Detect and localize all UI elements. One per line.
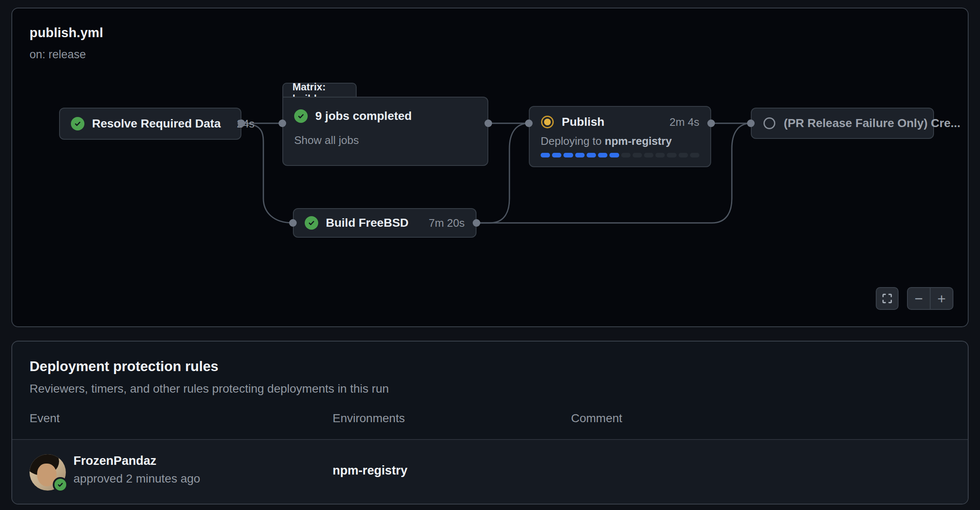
deploy-progress-segment: [633, 153, 642, 157]
job-node-matrix-build[interactable]: 9 jobs completed Show all jobs: [282, 97, 488, 166]
deploy-status-text: Deploying to npm-registry: [541, 135, 699, 148]
graph-edges: [12, 8, 969, 328]
job-duration: 7m 20s: [420, 217, 465, 230]
deploy-progress-segment: [621, 153, 631, 157]
deploy-progress-segment: [552, 153, 561, 157]
column-header-event: Event: [30, 412, 60, 425]
approval-status-text: approved 2 minutes ago: [73, 472, 200, 486]
deploy-progress-segment: [563, 153, 573, 157]
job-label: Publish: [562, 115, 604, 129]
rules-subtitle: Reviewers, timers, and other rules prote…: [30, 382, 389, 396]
graph-connector-dots: [12, 8, 969, 328]
workflow-graph-panel: publish.yml on: release Resolve Required…: [11, 8, 969, 327]
job-node-resolve-required-data[interactable]: Resolve Required Data 24s: [59, 108, 241, 140]
deploy-progress-segment: [598, 153, 607, 157]
success-check-icon: [305, 216, 318, 230]
deploy-progress-segment: [679, 153, 688, 157]
approved-check-icon: [53, 477, 68, 492]
in-progress-icon: [541, 115, 554, 129]
pending-circle-icon: [763, 117, 776, 130]
deploy-progress-segment: [644, 153, 653, 157]
job-node-publish[interactable]: Publish 2m 4s Deploying to npm-registry: [529, 106, 711, 167]
zoom-controls: − +: [907, 287, 953, 310]
success-check-icon: [294, 109, 308, 123]
deploy-progress-segment: [667, 153, 676, 157]
matrix-status-label: 9 jobs completed: [315, 109, 412, 123]
reviewer-username-link[interactable]: FrozenPandaz: [73, 454, 157, 468]
job-duration: 24s: [228, 117, 254, 130]
deploy-progress-segment: [655, 153, 665, 157]
deploy-environment-name: npm-registry: [605, 135, 672, 147]
job-node-pr-release-failure[interactable]: (PR Release Failure Only) Cre...: [751, 108, 934, 139]
deploy-progress-segment: [541, 153, 550, 157]
job-label: Build FreeBSD: [326, 216, 409, 230]
column-header-environments: Environments: [333, 412, 405, 425]
deployment-protection-rules-panel: Deployment protection rules Reviewers, t…: [11, 341, 969, 505]
job-node-build-freebsd[interactable]: Build FreeBSD 7m 20s: [293, 208, 476, 238]
show-all-jobs-link[interactable]: Show all jobs: [294, 134, 359, 147]
deploy-progress-segment: [690, 153, 699, 157]
success-check-icon: [71, 117, 84, 130]
job-label: Resolve Required Data: [92, 117, 221, 130]
job-duration: 2m 4s: [661, 116, 699, 129]
column-header-comment: Comment: [571, 412, 622, 425]
fullscreen-button[interactable]: [876, 287, 899, 310]
deploy-progress-segment: [587, 153, 596, 157]
job-label: (PR Release Failure Only) Cre...: [784, 117, 961, 130]
workflow-title: publish.yml: [30, 25, 103, 41]
workflow-trigger: on: release: [30, 48, 86, 61]
zoom-out-button[interactable]: −: [908, 288, 930, 309]
table-row: FrozenPandaz approved 2 minutes ago npm-…: [12, 440, 968, 505]
page: publish.yml on: release Resolve Required…: [0, 0, 980, 510]
deploy-progress-bar: [541, 153, 699, 157]
row-environment-name: npm-registry: [333, 464, 407, 477]
zoom-in-button[interactable]: +: [930, 288, 953, 309]
rules-heading: Deployment protection rules: [30, 358, 218, 374]
deploy-progress-segment: [575, 153, 585, 157]
deploy-progress-segment: [609, 153, 619, 157]
deploy-status-prefix: Deploying to: [541, 135, 605, 147]
fullscreen-icon: [882, 293, 893, 304]
